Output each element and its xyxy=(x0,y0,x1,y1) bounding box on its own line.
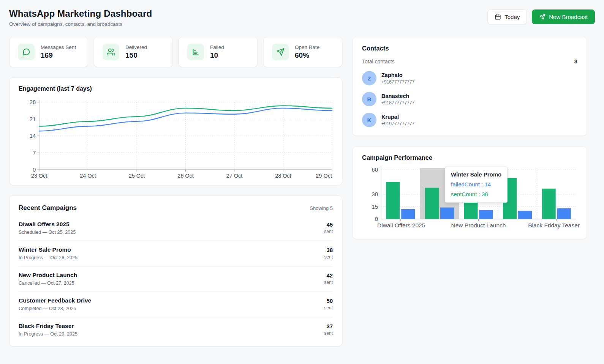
contact-row[interactable]: Z Zaphalo +916777777777 xyxy=(362,71,577,85)
users-icon xyxy=(103,44,119,60)
bar-chart-icon xyxy=(187,44,204,60)
sent-bar[interactable] xyxy=(542,189,556,219)
page-subtitle: Overview of campaigns, contacts, and bro… xyxy=(9,21,152,27)
stat-label: Delivered xyxy=(125,44,147,50)
campaign-row[interactable]: New Product Launch Cancelled — Oct 27, 2… xyxy=(19,266,333,292)
sent-bar[interactable] xyxy=(425,188,439,219)
campaign-sent-unit: sent xyxy=(324,305,333,310)
campaign-name: Winter Sale Promo xyxy=(19,246,77,253)
contact-text: Krupal +919777777777 xyxy=(381,114,414,126)
campaign-row-text: New Product Launch Cancelled — Oct 27, 2… xyxy=(19,272,77,286)
x-axis-label: 23 Oct xyxy=(31,173,47,179)
campaign-row-count: 37 sent xyxy=(324,323,333,336)
contacts-card: Contacts Total contacts 3 Z Zaphalo +916… xyxy=(353,37,587,136)
tooltip-failed-count: failedCount : 14 xyxy=(451,181,501,188)
campaign-performance-card: Campaign Performance 0153060Diwali Offer… xyxy=(353,146,587,239)
stat-text: Open Rate 60% xyxy=(295,44,319,60)
contact-row[interactable]: B Banastech +918777777777 xyxy=(362,92,577,106)
campaign-sent-unit: sent xyxy=(324,254,333,260)
calendar-icon xyxy=(495,14,501,20)
failed-bar[interactable] xyxy=(440,208,454,219)
campaign-row-count: 50 sent xyxy=(324,298,333,310)
x-axis-label: New Product Launch xyxy=(451,222,506,228)
stat-card-open-rate: Open Rate 60% xyxy=(263,37,342,67)
stat-text: Delivered 150 xyxy=(125,44,147,60)
campaign-status: Completed — Oct 28, 2025 xyxy=(19,306,91,311)
campaign-row[interactable]: Diwali Offers 2025 Scheduled — Oct 25, 2… xyxy=(19,216,333,241)
stat-text: Messages Sent 169 xyxy=(41,44,76,60)
campaign-sent-unit: sent xyxy=(324,280,333,285)
x-axis-label: Diwali Offers 2025 xyxy=(377,222,425,228)
campaign-sent-count: 45 xyxy=(324,222,333,228)
campaign-name: Customer Feedback Drive xyxy=(19,297,91,304)
right-column: Contacts Total contacts 3 Z Zaphalo +916… xyxy=(353,37,587,239)
engagement-card: Engagement (last 7 days) 0714212823 Oct2… xyxy=(9,77,342,185)
new-broadcast-button-label: New Broadcast xyxy=(549,14,588,20)
showing-count: Showing 5 xyxy=(310,205,333,211)
new-broadcast-button[interactable]: New Broadcast xyxy=(532,9,595,24)
campaign-row-count: 38 sent xyxy=(324,247,333,260)
today-button-label: Today xyxy=(504,14,520,20)
y-axis-label: 7 xyxy=(33,150,36,156)
contact-phone: +918777777777 xyxy=(381,100,414,106)
y-axis-label: 0 xyxy=(33,167,36,173)
engagement-title: Engagement (last 7 days) xyxy=(19,85,333,92)
campaign-row-count: 45 sent xyxy=(324,222,333,234)
campaign-row[interactable]: Customer Feedback Drive Completed — Oct … xyxy=(19,292,333,317)
today-button[interactable]: Today xyxy=(487,9,527,24)
stat-label: Open Rate xyxy=(295,44,319,50)
failed-bar[interactable] xyxy=(479,210,493,219)
page-title: WhatsApp Marketing Dashboard xyxy=(9,8,152,19)
campaign-sent-count: 42 xyxy=(324,273,333,279)
x-axis-label: 24 Oct xyxy=(80,173,96,179)
y-axis-label: 14 xyxy=(30,133,36,139)
campaign-sent-count: 50 xyxy=(324,298,333,304)
contacts-total-row: Total contacts 3 xyxy=(362,58,577,65)
topbar: WhatsApp Marketing Dashboard Overview of… xyxy=(9,8,595,27)
sent-bar[interactable] xyxy=(386,182,400,219)
stat-value: 10 xyxy=(210,51,224,60)
contact-text: Banastech +918777777777 xyxy=(381,93,414,106)
chart-tooltip: Winter Sale Promo failedCount : 14 sentC… xyxy=(445,167,508,203)
left-column: Messages Sent 169 Delivered 150 xyxy=(9,37,342,347)
send-icon xyxy=(539,14,545,20)
contact-name: Banastech xyxy=(381,93,414,99)
tooltip-sent-count: sentCount : 38 xyxy=(451,191,501,197)
campaign-sent-unit: sent xyxy=(324,331,333,336)
campaign-name: New Product Launch xyxy=(19,272,77,279)
failed-bar[interactable] xyxy=(557,208,571,219)
y-axis-label: 21 xyxy=(30,116,36,122)
avatar: Z xyxy=(362,71,376,85)
campaign-row[interactable]: Black Friday Teaser In Progress — Oct 29… xyxy=(19,317,333,342)
y-axis-label: 60 xyxy=(372,166,378,173)
campaign-row[interactable]: Winter Sale Promo In Progress — Oct 26, … xyxy=(19,241,333,266)
campaign-performance-chart-wrap: 0153060Diwali Offers 2025New Product Lau… xyxy=(362,165,577,233)
y-axis-label: 0 xyxy=(375,216,378,222)
stat-card-messages-sent: Messages Sent 169 xyxy=(9,37,88,67)
contact-text: Zaphalo +916777777777 xyxy=(381,72,414,85)
failed-bar[interactable] xyxy=(401,209,415,219)
recent-campaigns-card: Recent Campaigns Showing 5 Diwali Offers… xyxy=(9,195,342,347)
x-axis-label: 29 Oct xyxy=(316,173,332,179)
engagement-chart[interactable]: 0714212823 Oct24 Oct25 Oct26 Oct27 Oct28… xyxy=(19,98,333,180)
campaign-status: In Progress — Oct 26, 2025 xyxy=(19,255,77,260)
stat-value: 60% xyxy=(295,51,319,60)
engagement-chart-canvas[interactable]: 0714212823 Oct24 Oct25 Oct26 Oct27 Oct28… xyxy=(19,98,334,180)
stat-text: Failed 10 xyxy=(210,44,224,60)
avatar: K xyxy=(362,113,376,127)
failed-bar[interactable] xyxy=(518,211,532,219)
x-axis-label: 28 Oct xyxy=(275,173,291,179)
stat-label: Failed xyxy=(210,44,224,50)
campaign-name: Black Friday Teaser xyxy=(19,323,77,329)
campaign-row-text: Diwali Offers 2025 Scheduled — Oct 25, 2… xyxy=(19,221,76,235)
tooltip-title: Winter Sale Promo xyxy=(451,171,501,178)
stat-value: 150 xyxy=(125,51,147,60)
stat-label: Messages Sent xyxy=(41,44,76,50)
contact-phone: +916777777777 xyxy=(381,79,414,85)
y-axis-label: 30 xyxy=(372,191,378,197)
campaign-row-count: 42 sent xyxy=(324,273,333,285)
dashboard-page: WhatsApp Marketing Dashboard Overview of… xyxy=(0,0,604,355)
recent-campaigns-header: Recent Campaigns Showing 5 xyxy=(19,203,333,216)
header-text: WhatsApp Marketing Dashboard Overview of… xyxy=(9,8,152,27)
contact-row[interactable]: K Krupal +919777777777 xyxy=(362,113,577,127)
